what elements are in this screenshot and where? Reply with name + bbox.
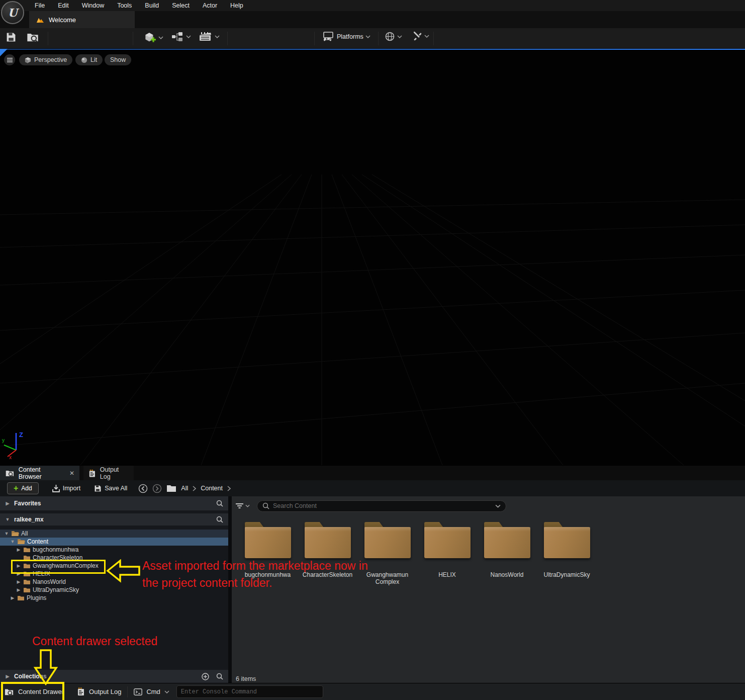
blueprint-icon bbox=[171, 31, 184, 42]
console-command-box[interactable] bbox=[176, 685, 323, 698]
save-icon bbox=[5, 31, 17, 43]
chevron-down-icon bbox=[424, 35, 429, 38]
open-folder-icon bbox=[11, 531, 19, 537]
output-log-button[interactable]: Output Log bbox=[77, 687, 121, 696]
filters-button[interactable] bbox=[236, 503, 250, 509]
drawer-tab-bar: Content Browser ✕ Output Log bbox=[0, 465, 745, 480]
menu-help[interactable]: Help bbox=[224, 1, 250, 10]
tab-welcome-label: Welcome bbox=[49, 16, 76, 24]
save-current-button[interactable] bbox=[5, 31, 17, 43]
console-command-input[interactable] bbox=[181, 688, 319, 695]
favorites-label: Favorites bbox=[14, 500, 41, 507]
menu-actor[interactable]: Actor bbox=[196, 1, 224, 10]
viewport-show-dropdown[interactable]: Show bbox=[105, 54, 131, 65]
menu-tools[interactable]: Tools bbox=[111, 1, 138, 10]
add-button[interactable]: + Add bbox=[7, 482, 39, 494]
import-button[interactable]: Import bbox=[52, 484, 80, 493]
grid-folder-gwanghwamuncomplex[interactable]: Gwanghwamun Complex bbox=[357, 522, 417, 585]
world-settings-button[interactable] bbox=[385, 31, 402, 42]
search-content-input[interactable] bbox=[273, 502, 492, 509]
tree-item-label: bugchonmunhwa bbox=[33, 546, 78, 553]
menu-build[interactable]: Build bbox=[138, 1, 165, 10]
viewport-lit-dropdown[interactable]: Lit bbox=[75, 54, 103, 65]
tree-item-label: All bbox=[21, 530, 28, 537]
editor-settings-button[interactable] bbox=[412, 31, 429, 41]
chevron-down-icon bbox=[158, 36, 163, 39]
svg-text:Z: Z bbox=[19, 431, 23, 439]
expand-right-icon: ▶ bbox=[5, 501, 10, 506]
cmd-dropdown[interactable]: Cmd bbox=[134, 688, 169, 695]
viewport-options-button[interactable] bbox=[4, 54, 15, 65]
chevron-down-icon bbox=[215, 35, 220, 38]
terminal-icon bbox=[134, 688, 142, 695]
menu-window[interactable]: Window bbox=[75, 1, 111, 10]
folder-icon[interactable] bbox=[166, 484, 176, 492]
clapperboard-icon bbox=[199, 31, 213, 42]
folder-icon bbox=[17, 595, 25, 601]
import-button-label: Import bbox=[63, 485, 80, 492]
search-icon[interactable] bbox=[216, 500, 223, 507]
viewport-perspective-dropdown[interactable]: Perspective bbox=[19, 54, 72, 65]
folder-icon bbox=[305, 522, 351, 558]
tree-item-label: UltraDynamicSky bbox=[33, 586, 79, 593]
annotation-drawer-selected: Content drawer selected bbox=[32, 635, 157, 648]
tab-content-browser[interactable]: Content Browser ✕ bbox=[0, 466, 79, 481]
expand-right-icon: ▶ bbox=[5, 674, 10, 679]
expand-right-icon: ▶ bbox=[16, 579, 21, 584]
viewport-grid bbox=[0, 49, 745, 465]
chevron-down-icon[interactable] bbox=[495, 504, 501, 508]
grid-folder-ultradynamicsky[interactable]: UltraDynamicSky bbox=[537, 522, 597, 585]
tree-item-content[interactable]: ▼ Content bbox=[0, 538, 228, 546]
add-collection-icon[interactable] bbox=[202, 673, 209, 680]
add-actor-cube-icon bbox=[143, 31, 156, 44]
menu-edit[interactable]: Edit bbox=[51, 1, 75, 10]
tree-item-all[interactable]: ▼ All bbox=[0, 530, 228, 538]
platforms-dropdown[interactable]: Platforms bbox=[322, 31, 370, 42]
expand-right-icon: ▶ bbox=[10, 595, 15, 600]
search-icon[interactable] bbox=[216, 516, 223, 523]
breadcrumb-current[interactable]: Content bbox=[201, 485, 223, 492]
forward-icon[interactable] bbox=[152, 484, 162, 493]
search-content-box[interactable] bbox=[257, 500, 506, 512]
filter-icon bbox=[236, 503, 243, 509]
breadcrumb-root[interactable]: All bbox=[181, 485, 188, 492]
folder-label: Gwanghwamun Complex bbox=[359, 571, 416, 585]
save-all-button[interactable]: Save All bbox=[94, 484, 127, 493]
tree-item-plugins[interactable]: ▶ Plugins bbox=[0, 594, 228, 602]
output-log-tab-label: Output Log bbox=[100, 466, 129, 480]
folder-grid: bugchonmunhwa CharacterSkeleton Gwanghwa… bbox=[238, 522, 597, 585]
grid-folder-characterskeleton[interactable]: CharacterSkeleton bbox=[298, 522, 357, 585]
annotation-marketplace-line2: the project content folder. bbox=[142, 576, 272, 590]
back-icon[interactable] bbox=[138, 484, 148, 493]
favorites-header[interactable]: ▶ Favorites bbox=[0, 496, 228, 510]
viewport-3d[interactable]: Perspective Lit Show Z y x bbox=[0, 49, 745, 465]
content-drawer-toolbar-button[interactable] bbox=[26, 31, 39, 43]
content-browser-body: ▶ Favorites ▼ ralkee_mx ▼ All ▼ bbox=[0, 496, 745, 683]
unreal-editor-window: File Edit Window Tools Build Select Acto… bbox=[0, 0, 745, 700]
save-icon bbox=[94, 484, 102, 493]
grid-folder-nanosworld[interactable]: NanosWorld bbox=[477, 522, 537, 585]
tree-item-bugchonmunhwa[interactable]: ▶ bugchonmunhwa bbox=[0, 546, 228, 554]
cinematics-button[interactable] bbox=[199, 31, 220, 42]
blueprints-button[interactable] bbox=[171, 31, 191, 42]
breadcrumb: All Content bbox=[138, 484, 231, 493]
menu-select[interactable]: Select bbox=[165, 1, 196, 10]
close-tab-icon[interactable]: ✕ bbox=[69, 470, 74, 477]
grid-folder-helix[interactable]: HELIX bbox=[417, 522, 477, 585]
show-label: Show bbox=[110, 56, 126, 63]
menu-bar: File Edit Window Tools Build Select Acto… bbox=[0, 0, 745, 11]
add-actor-button[interactable] bbox=[143, 31, 163, 44]
search-icon[interactable] bbox=[216, 673, 223, 680]
chevron-down-icon bbox=[186, 35, 191, 38]
unreal-logo-icon[interactable]: U bbox=[1, 1, 24, 24]
expand-right-icon: ▶ bbox=[16, 547, 21, 552]
project-header[interactable]: ▼ ralkee_mx bbox=[0, 513, 228, 526]
tab-output-log[interactable]: Output Log bbox=[83, 466, 134, 481]
output-log-icon bbox=[77, 687, 85, 696]
tab-welcome[interactable]: Welcome bbox=[29, 11, 135, 28]
menu-file[interactable]: File bbox=[28, 1, 51, 10]
perspective-label: Perspective bbox=[34, 56, 67, 63]
content-browser-tab-label: Content Browser bbox=[19, 466, 62, 480]
svg-text:y: y bbox=[2, 438, 5, 443]
import-icon bbox=[52, 484, 60, 493]
